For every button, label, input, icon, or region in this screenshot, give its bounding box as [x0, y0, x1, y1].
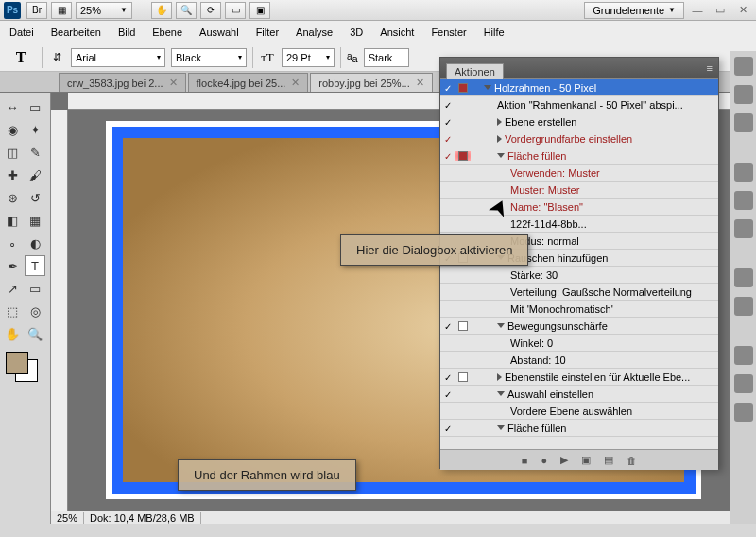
action-toggle[interactable]: [440, 116, 455, 128]
close-button[interactable]: ✕: [733, 3, 752, 18]
lasso-tool[interactable]: ◉: [2, 119, 23, 140]
document-tab[interactable]: flocke4.jpg bei 25...✕: [188, 73, 309, 92]
menu-bild[interactable]: Bild: [118, 26, 135, 38]
workspace-dropdown[interactable]: Grundelemente ▼: [584, 2, 684, 19]
dock-icon[interactable]: [734, 219, 753, 238]
action-row[interactable]: Muster: Muster: [440, 182, 718, 199]
screen-mode-button[interactable]: ▣: [249, 2, 270, 19]
mini-bridge-button[interactable]: ▦: [51, 2, 72, 19]
menu-3d[interactable]: 3D: [350, 26, 363, 38]
action-row[interactable]: Stärke: 30: [440, 267, 718, 284]
new-set-button[interactable]: ▣: [581, 454, 591, 466]
font-family-dropdown[interactable]: Arial▾: [71, 48, 165, 67]
text-orientation-button[interactable]: ⇵: [48, 49, 65, 66]
dock-icon[interactable]: [734, 85, 753, 104]
menu-fenster[interactable]: Fenster: [431, 26, 466, 38]
action-row[interactable]: Auswahl einstellen: [440, 386, 718, 403]
action-row[interactable]: Bewegungsunschärfe: [440, 318, 718, 335]
brush-tool[interactable]: 🖌: [25, 165, 45, 185]
tab-close-icon[interactable]: ✕: [169, 77, 178, 89]
action-row[interactable]: Vordere Ebene auswählen: [440, 403, 718, 420]
maximize-button[interactable]: ▭: [711, 3, 730, 18]
dock-icon[interactable]: [734, 57, 753, 76]
action-row[interactable]: Vordergrundfarbe einstellen: [440, 130, 718, 147]
action-toggle[interactable]: [440, 389, 455, 400]
action-dialog-toggle[interactable]: [455, 83, 471, 93]
status-zoom[interactable]: 25%: [51, 512, 84, 524]
panel-menu-icon[interactable]: ≡: [707, 62, 713, 74]
menu-bearbeiten[interactable]: Bearbeiten: [51, 26, 101, 38]
action-toggle[interactable]: [440, 133, 455, 145]
play-button[interactable]: ▶: [560, 454, 568, 466]
menu-hilfe[interactable]: Hilfe: [484, 26, 505, 38]
action-toggle[interactable]: [440, 423, 455, 434]
menu-analyse[interactable]: Analyse: [296, 26, 333, 38]
dock-icon[interactable]: [734, 163, 753, 182]
action-toggle[interactable]: [440, 320, 455, 332]
zoom-dropdown[interactable]: 25%▼: [76, 2, 132, 19]
zoom-tool-button[interactable]: 🔍: [176, 2, 197, 19]
zoom-tool[interactable]: 🔍: [25, 323, 45, 344]
action-toggle[interactable]: [440, 372, 455, 383]
blur-tool[interactable]: ∘: [2, 233, 23, 253]
menu-datei[interactable]: Datei: [9, 26, 34, 38]
font-style-dropdown[interactable]: Black▾: [171, 48, 247, 67]
dock-icon[interactable]: [734, 297, 753, 316]
action-dialog-toggle[interactable]: [455, 372, 471, 382]
panel-header[interactable]: Aktionen ≡: [440, 58, 718, 78]
dock-icon[interactable]: [734, 268, 753, 287]
action-dialog-toggle[interactable]: [455, 151, 471, 161]
action-row[interactable]: Aktion "Rahmenkanal - 50 Pixel" abspi...: [440, 96, 718, 113]
new-action-button[interactable]: ▤: [604, 454, 613, 466]
action-row[interactable]: Ebene erstellen: [440, 113, 718, 130]
shape-tool[interactable]: ▭: [25, 278, 45, 299]
antialias-dropdown[interactable]: Stark: [364, 48, 409, 67]
action-toggle[interactable]: [440, 82, 455, 94]
move-tool[interactable]: ↔: [2, 96, 23, 117]
path-tool[interactable]: ↗: [2, 278, 23, 299]
crop-tool[interactable]: ◫: [2, 142, 23, 163]
minimize-button[interactable]: —: [688, 3, 707, 18]
3d-tool[interactable]: ⬚: [2, 301, 23, 321]
menu-filter[interactable]: Filter: [256, 26, 279, 38]
menu-auswahl[interactable]: Auswahl: [199, 26, 239, 38]
eraser-tool[interactable]: ◧: [2, 210, 23, 231]
heal-tool[interactable]: ✚: [2, 165, 23, 185]
marquee-tool[interactable]: ▭: [25, 96, 45, 117]
record-button[interactable]: ●: [541, 455, 548, 466]
stamp-tool[interactable]: ⊛: [2, 187, 23, 208]
font-size-dropdown[interactable]: 29 Pt▾: [282, 48, 335, 67]
pan-tool-button[interactable]: ✋: [151, 2, 172, 19]
action-row[interactable]: Abstand: 10: [440, 352, 718, 369]
action-toggle[interactable]: [440, 99, 455, 111]
hand-tool[interactable]: ✋: [2, 323, 23, 344]
pen-tool[interactable]: ✒: [2, 255, 23, 276]
bridge-button[interactable]: Br: [26, 2, 47, 19]
action-row[interactable]: Fläche füllen: [440, 420, 718, 437]
dodge-tool[interactable]: ◐: [25, 233, 45, 253]
dock-icon[interactable]: [734, 113, 753, 132]
eyedropper-tool[interactable]: ✎: [25, 142, 45, 163]
dock-icon[interactable]: [734, 346, 753, 365]
trash-button[interactable]: 🗑: [627, 455, 637, 466]
action-row[interactable]: Verwenden: Muster: [440, 165, 718, 182]
document-tab[interactable]: robby.jpg bei 25%...✕: [310, 73, 432, 92]
rotate-view-button[interactable]: ⟳: [200, 2, 221, 19]
stop-button[interactable]: ■: [522, 455, 528, 466]
document-tab[interactable]: crw_3583.jpg bei 2...✕: [59, 73, 186, 92]
action-toggle[interactable]: [440, 150, 455, 162]
action-row[interactable]: 122f-11d4-8bb...: [440, 216, 718, 233]
action-row[interactable]: Fläche füllen: [440, 147, 718, 165]
panel-tab[interactable]: Aktionen: [446, 63, 504, 79]
action-dialog-toggle[interactable]: [455, 321, 471, 331]
status-doc-size[interactable]: Dok: 10,4 MB/28,6 MB: [84, 512, 201, 524]
action-row[interactable]: Ebenenstile einstellen für Aktuelle Ebe.…: [440, 369, 718, 386]
gradient-tool[interactable]: ▦: [25, 210, 45, 231]
menu-ebene[interactable]: Ebene: [152, 26, 182, 38]
action-row[interactable]: Winkel: 0: [440, 335, 718, 352]
type-tool[interactable]: T: [25, 255, 45, 276]
3d-camera-tool[interactable]: ◎: [25, 301, 45, 321]
action-row[interactable]: Mit 'Monochromatisch': [440, 301, 718, 318]
arrange-button[interactable]: ▭: [225, 2, 246, 19]
action-row[interactable]: Holzrahmen - 50 Pixel: [440, 79, 718, 96]
